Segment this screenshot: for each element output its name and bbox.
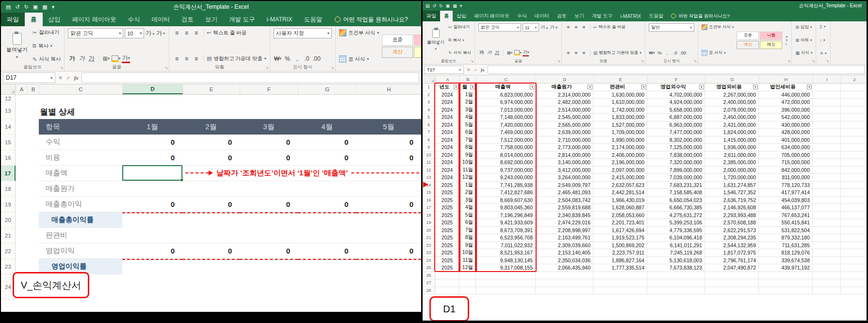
cell-E21[interactable]: 1,919,523,175 [593, 234, 647, 242]
undo-icon[interactable]: ↺ [15, 4, 19, 10]
cell-D12[interactable]: 3,412,000,000 [536, 167, 593, 174]
formula-input[interactable] [488, 66, 865, 74]
cell-H5[interactable]: 542,000,000 [759, 114, 813, 121]
cell-B9[interactable]: 8월 [459, 144, 476, 152]
ribbon-tab-page-layout[interactable]: 페이지 레이아웃 [66, 13, 122, 26]
cell[interactable] [459, 272, 476, 280]
cell-C23[interactable]: 8,521,953,167 [476, 249, 536, 257]
cell-G18[interactable] [298, 181, 356, 197]
cell-D16[interactable]: 2,504,083,742 [536, 197, 593, 204]
header-cell-C1[interactable]: 매출액▼ [476, 84, 536, 91]
style-calculation[interactable]: 계산 [382, 47, 413, 58]
cell[interactable] [813, 121, 841, 129]
cell-F25[interactable]: 7,673,838,123 [647, 264, 705, 272]
cut-button[interactable]: ✂잘라내기 [448, 24, 471, 30]
cell[interactable] [841, 249, 867, 257]
cell-A20[interactable]: 2025 [435, 227, 459, 235]
cell-D23[interactable]: - [122, 259, 182, 260]
cell-F20[interactable]: 4,779,336,595 [647, 227, 705, 235]
copy-button[interactable]: ⧉복사▾ [448, 37, 471, 43]
cell-C8[interactable]: 7,512,000,000 [476, 136, 536, 144]
cell-A13[interactable]: 2024 [435, 174, 459, 182]
cell-label-C15[interactable]: 수익 [39, 135, 122, 150]
filter-icon[interactable]: ▼ [588, 85, 592, 89]
align-top-button[interactable]: ≡ [565, 23, 572, 31]
cell-month-header-3[interactable]: 3월 [240, 119, 298, 135]
row-header-9[interactable]: 9 [423, 144, 435, 152]
column-header-F[interactable]: F [240, 85, 298, 94]
cell-H15[interactable]: 417,977,414 [759, 189, 813, 197]
header-cell-B1[interactable]: 월▼ [459, 84, 476, 91]
cell[interactable] [813, 197, 841, 204]
filter-icon[interactable]: ▼ [753, 85, 758, 89]
cell-E22[interactable]: 1,500,869,202 [593, 242, 647, 250]
cell-F6[interactable]: 6,963,000,000 [647, 121, 705, 129]
ribbon-tab-file[interactable]: 파일 [1, 13, 25, 26]
decrease-font-button[interactable]: 가▼ [156, 29, 165, 38]
cell-H23[interactable]: 818,129,076 [759, 249, 813, 257]
paste-button[interactable]: 붙여넣기▾ [426, 23, 445, 57]
row-header-3[interactable]: 3 [423, 99, 435, 106]
cell-C6[interactable]: 7,420,000,000 [476, 121, 536, 129]
cell-F21[interactable]: 6,104,096,418 [647, 234, 705, 242]
cell-H19[interactable]: 0 [356, 197, 421, 212]
cell[interactable] [813, 152, 841, 159]
italic-button[interactable]: 가 [78, 54, 86, 63]
font-color-button[interactable]: 가▾ [523, 50, 529, 56]
cell-G5[interactable]: 2,450,000,000 [705, 114, 759, 121]
column-header-J[interactable]: J [841, 75, 867, 83]
cell[interactable] [841, 121, 867, 129]
column-header-D[interactable]: D [123, 85, 183, 94]
tell-me-search[interactable]: 어떤 작업을 원하시나요? [671, 11, 730, 21]
cell-D13[interactable]: 3,264,000,000 [536, 174, 593, 182]
number-format-select[interactable]: 일반▾ [649, 23, 694, 32]
cell-D21[interactable]: 2,163,499,761 [536, 234, 593, 242]
row-header-15[interactable]: 15 [1, 135, 16, 150]
row-header-28[interactable]: 28 [423, 287, 435, 295]
row-header-21[interactable]: 21 [1, 228, 16, 243]
cell-G16[interactable]: 0 [298, 150, 356, 166]
cell[interactable] [813, 167, 841, 174]
cell-H24[interactable]: 339,674,538 [759, 257, 813, 265]
redo-icon[interactable]: ↻ [439, 3, 443, 8]
cell-C2[interactable]: 6,823,000,000 [476, 91, 536, 99]
decrease-decimal-button[interactable]: .00 [680, 49, 686, 56]
ribbon-tab-help[interactable]: 도움말 [645, 11, 667, 21]
dialog-launcher-icon[interactable]: ↘ [826, 59, 829, 63]
cell-H21[interactable]: 879,332,180 [759, 234, 813, 242]
cell-D20[interactable]: - [122, 212, 182, 214]
dialog-launcher-icon[interactable]: ↘ [557, 59, 560, 63]
cell-B17[interactable]: 4월 [459, 204, 476, 212]
cell[interactable] [841, 242, 867, 250]
cell[interactable] [16, 119, 39, 135]
cell-label-C20[interactable]: 매출총이익률 [39, 212, 122, 228]
cell-A2[interactable]: 2024 [435, 91, 459, 99]
ribbon-tab-home[interactable]: 홈 [440, 11, 453, 21]
cell[interactable] [813, 264, 841, 272]
cell-D19[interactable]: 0 [122, 197, 182, 212]
cell[interactable] [536, 287, 593, 295]
ribbon-tab-data[interactable]: 데이터 [531, 11, 553, 21]
select-all-corner[interactable] [1, 85, 16, 94]
number-format-select[interactable]: 사용자 지정▾ [274, 28, 332, 38]
cell[interactable] [813, 227, 841, 235]
row-header-22[interactable]: 22 [1, 243, 16, 259]
cell[interactable] [759, 272, 813, 280]
filter-icon[interactable]: ▼ [530, 85, 535, 89]
cell-A17[interactable]: 2025 [435, 204, 459, 212]
cell-C16[interactable]: 8,669,607,630 [476, 197, 536, 204]
cell-F23[interactable]: - [240, 259, 298, 260]
header-cell-F1[interactable]: 영업외수익▼ [647, 84, 705, 91]
cell[interactable] [435, 287, 459, 295]
filter-icon[interactable]: ▼ [470, 85, 475, 89]
cell[interactable] [841, 136, 867, 144]
header-cell-G1[interactable]: 영업외비용▼ [705, 84, 759, 91]
cell-G19[interactable]: 2,570,608,188 [705, 219, 759, 227]
cell-F2[interactable]: 4,702,000,000 [647, 91, 705, 99]
cell-D18[interactable]: 2,340,839,845 [536, 212, 593, 220]
cell-B6[interactable]: 5월 [459, 121, 476, 129]
cell-label-C19[interactable]: 매출총이익 [39, 197, 122, 212]
dialog-launcher-icon[interactable]: ↘ [164, 66, 168, 70]
cell-A25[interactable]: 2025 [435, 264, 459, 272]
ribbon-tab-insert[interactable]: 삽입 [453, 11, 470, 21]
